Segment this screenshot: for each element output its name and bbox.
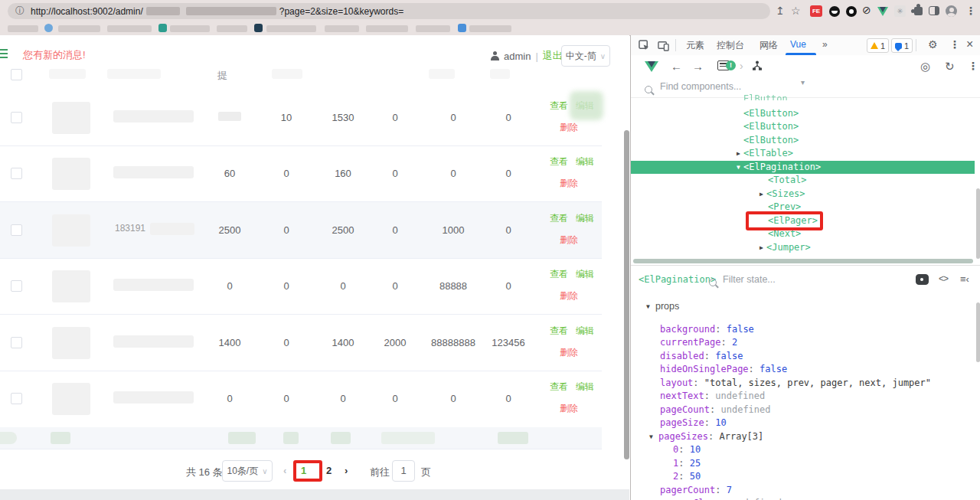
row-checkbox[interactable] [11,280,22,292]
bookmark-favicon[interactable] [254,24,263,32]
delete-link[interactable]: 删除 [560,177,578,190]
row-checkbox[interactable] [11,168,22,179]
edit-link[interactable]: 编辑 [576,381,594,392]
inspect-dom-icon[interactable] [916,274,929,285]
refresh-icon[interactable]: ↻ [945,60,955,74]
more-tabs-icon[interactable]: » [822,39,828,50]
view-link[interactable]: 查看 [550,100,568,111]
bookmark-item[interactable] [107,25,152,32]
select-all-checkbox[interactable] [11,69,22,80]
bookmark-item[interactable] [469,25,511,32]
tab-elements[interactable]: 元素 [686,39,704,52]
fe-extension-icon[interactable]: FE [810,5,822,17]
messages-badge[interactable]: 1 [891,38,913,53]
vue-extension-icon[interactable] [877,7,888,16]
tree-node-eltable[interactable]: ▶<ElTable> [631,147,975,160]
tab-console[interactable]: 控制台 [717,39,744,52]
profile-avatar-icon[interactable] [946,5,957,17]
delete-link[interactable]: 删除 [560,402,578,415]
close-devtools-icon[interactable]: × [966,38,973,51]
settings-gear-icon[interactable]: ⚙ [928,38,938,51]
generic-extension-icon[interactable]: ✳ [894,5,906,17]
row-checkbox[interactable] [11,337,22,348]
tree-node-elpagination-selected[interactable]: ▼<ElPagination> [631,161,975,174]
props-section[interactable]: ▼props [631,300,975,313]
edit-link[interactable]: 编辑 [576,325,594,336]
tree-node-clipped[interactable]: ElButton [631,93,975,100]
bookmark-item[interactable] [170,25,210,32]
bookmark-favicon[interactable] [44,24,53,32]
back-icon[interactable]: ← [671,60,682,73]
view-link[interactable]: 查看 [550,325,568,336]
edit-link[interactable]: 编辑 [576,156,594,167]
tree-node[interactable]: <Total> [631,174,975,187]
site-info-icon[interactable]: ⓘ [15,5,24,18]
delete-link[interactable]: 删除 [560,234,578,247]
bookmark-favicon[interactable] [458,24,466,32]
vue-menu-icon[interactable]: ⋮ [968,60,978,72]
new-message-notice[interactable]: 您有新的消息! [23,48,86,62]
collapse-panes-icon[interactable]: ≡‹ [960,273,969,285]
edit-link[interactable]: 编辑 [576,213,594,224]
edit-link[interactable]: 编辑 [576,269,594,279]
tree-node[interactable]: ▶<Jumper> [631,241,975,254]
extensions-puzzle-icon[interactable] [914,7,923,15]
logout-link[interactable]: 退出 [543,49,563,63]
tree-vertical-scrollbar[interactable] [976,188,980,259]
delete-link[interactable]: 删除 [560,289,578,302]
row-checkbox[interactable] [11,224,22,236]
bookmark-item[interactable] [8,25,38,32]
next-page-button[interactable]: › [345,465,348,476]
bookmark-favicon[interactable] [158,24,167,32]
tree-node[interactable]: ▶<Sizes> [631,188,975,201]
browser-menu-icon[interactable]: ⋮ [965,5,976,17]
share-icon[interactable]: ↥ [776,5,785,17]
view-link[interactable]: 查看 [550,156,568,167]
bookmark-item[interactable] [325,25,359,32]
inspect-element-icon[interactable] [639,40,650,51]
prop-row-pagesizes[interactable]: ▼pageSizesArray[3] [631,430,975,443]
tree-node[interactable]: <ElButton> [631,120,975,133]
view-link[interactable]: 查看 [550,381,568,392]
row-checkbox[interactable] [11,112,22,123]
dark-circle-extension-icon[interactable] [829,6,840,17]
component-tree-icon[interactable] [752,60,763,70]
tree-horizontal-scrollbar[interactable] [633,259,973,263]
view-link[interactable]: 查看 [550,269,568,279]
device-toolbar-icon[interactable] [658,40,669,51]
devtools-menu-icon[interactable]: ⋮ [949,38,960,51]
target-component-icon[interactable]: ◎ [920,60,930,74]
row-checkbox[interactable] [11,393,22,404]
user-menu[interactable]: admin | 退出 [490,49,563,63]
delete-link[interactable]: 删除 [560,121,578,134]
bookmark-star-icon[interactable]: ☆ [791,5,801,17]
filter-state-input[interactable]: Filter state... [723,274,776,285]
delete-link[interactable]: 删除 [560,346,578,359]
blocker-extension-icon[interactable]: ⊘ [862,4,871,16]
tab-network[interactable]: 网络 [760,39,778,52]
address-bar[interactable]: ⓘ http://localhost:9002/admin/ ?page=2&s… [8,3,770,19]
props-vertical-scrollbar[interactable] [976,302,980,362]
warnings-badge[interactable]: 1 [867,38,889,53]
tab-vue[interactable]: Vue [790,39,806,50]
scroll-caret-icon[interactable]: ▾ [801,78,805,87]
view-link[interactable]: 查看 [550,213,568,224]
find-components-input[interactable]: Find components... [660,81,741,92]
page-size-select[interactable]: 10条/页 ∨ [222,460,273,482]
tree-node[interactable]: <ElButton> [631,134,975,147]
page-button-2[interactable]: 2 [326,465,332,476]
sidebar-toggle-icon[interactable] [929,6,939,15]
collapse-menu-icon[interactable] [0,49,8,58]
bookmark-item[interactable] [58,25,100,32]
bookmark-item[interactable] [416,25,450,32]
open-source-code-icon[interactable]: <> [939,273,948,284]
bookmark-item[interactable] [217,25,247,32]
ring-extension-icon[interactable] [846,6,857,17]
page-scrollbar[interactable] [624,130,629,459]
prev-page-button[interactable]: ‹ [283,465,286,476]
language-select[interactable]: 中文-简 ∨ [561,45,610,67]
forward-icon[interactable]: → [692,60,704,73]
bookmark-item[interactable] [266,25,316,32]
bookmark-item[interactable] [366,25,408,32]
goto-page-input[interactable]: 1 [392,460,415,482]
